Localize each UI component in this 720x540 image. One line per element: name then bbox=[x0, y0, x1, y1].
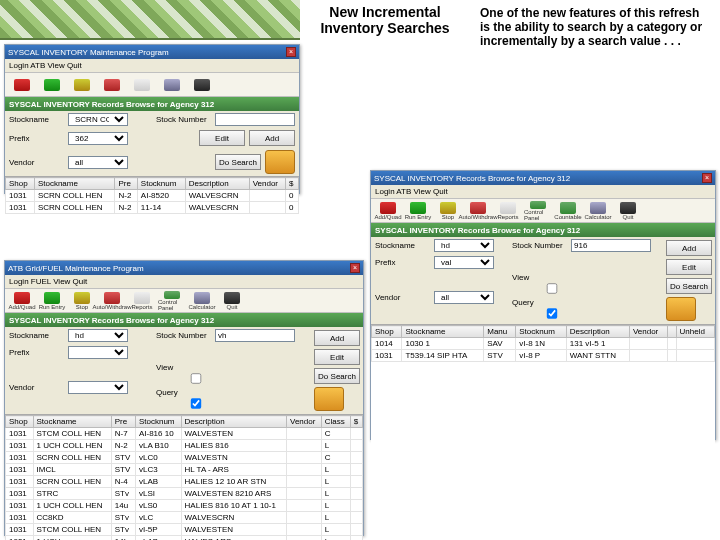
tool-count[interactable]: Countable bbox=[554, 201, 582, 221]
vendor-select-c[interactable]: all bbox=[434, 291, 494, 304]
tool-ctl[interactable]: Control Panel bbox=[158, 291, 186, 311]
tool-quit[interactable] bbox=[188, 75, 216, 95]
col-header[interactable]: Stockname bbox=[34, 178, 115, 190]
tool-ctl[interactable]: Control Panel bbox=[524, 201, 552, 221]
col-header[interactable]: Vendor bbox=[629, 326, 667, 338]
tool-calc[interactable] bbox=[158, 75, 186, 95]
toolbar-c: Add/Quad Run Entry Stop Auto/Withdraw Re… bbox=[371, 199, 715, 223]
col-header[interactable]: Pre bbox=[115, 178, 137, 190]
menubar-b[interactable]: Login FUEL View Quit bbox=[5, 275, 363, 289]
toolbar-a bbox=[5, 73, 299, 97]
vendor-select-b[interactable] bbox=[68, 381, 128, 394]
col-header[interactable] bbox=[668, 326, 676, 338]
col-header[interactable]: Manu bbox=[484, 326, 516, 338]
col-header[interactable]: Shop bbox=[372, 326, 402, 338]
table-row[interactable]: 1031STCM COLL HENN-7AI-816 10WALVESTENC bbox=[6, 428, 363, 440]
col-header[interactable]: Unheld bbox=[676, 326, 714, 338]
col-header[interactable]: Stocknum bbox=[135, 416, 181, 428]
tool-go[interactable]: Run Entry bbox=[404, 201, 432, 221]
grid-b: ShopStocknamePreStocknumDescriptionVendo… bbox=[5, 414, 363, 540]
menubar-a[interactable]: Login ATB View Quit bbox=[5, 59, 299, 73]
search-button-a[interactable]: Do Search bbox=[215, 154, 261, 170]
view-checkbox-b[interactable] bbox=[164, 373, 228, 383]
stocknum-input-b[interactable] bbox=[215, 329, 295, 342]
col-header[interactable]: Stocknum bbox=[516, 326, 567, 338]
table-row[interactable]: 1031SCRN COLL HENN-4vLABHALIES 12 10 AR … bbox=[6, 476, 363, 488]
query-checkbox-c[interactable] bbox=[520, 308, 584, 318]
label-stocknum: Stock Number bbox=[156, 115, 211, 124]
col-header[interactable]: Description bbox=[181, 416, 286, 428]
tool-quit[interactable]: Quit bbox=[218, 291, 246, 311]
close-icon[interactable]: × bbox=[350, 263, 360, 273]
tool-rep[interactable] bbox=[128, 75, 156, 95]
col-header[interactable]: Stocknum bbox=[137, 178, 185, 190]
table-row[interactable]: 10141030 1SAVvI-8 1N131 vI-5 1 bbox=[372, 338, 715, 350]
table-row[interactable]: 1031STCM COLL HENSTvvI-5PWALVESTENL bbox=[6, 524, 363, 536]
col-header[interactable]: Vendor bbox=[249, 178, 285, 190]
tool-go[interactable]: Run Entry bbox=[38, 291, 66, 311]
prefix-select-c[interactable]: val bbox=[434, 256, 494, 269]
table-row[interactable]: 10311 UCH COLL HEN14uvLS0HALIES 816 10 A… bbox=[6, 500, 363, 512]
page-heading: New Incremental Inventory Searches bbox=[300, 4, 470, 36]
col-header[interactable]: Shop bbox=[6, 178, 35, 190]
prefix-select-a[interactable]: 362 bbox=[68, 132, 128, 145]
stocknum-input-c[interactable] bbox=[571, 239, 651, 252]
add-button-a[interactable]: Add bbox=[249, 130, 295, 146]
table-row[interactable]: 1031STRCSTvvLSIWALVESTEN 8210 ARSL bbox=[6, 488, 363, 500]
edit-button-a[interactable]: Edit bbox=[199, 130, 245, 146]
close-icon[interactable]: × bbox=[286, 47, 296, 57]
menubar-c[interactable]: Login ATB View Quit bbox=[371, 185, 715, 199]
col-header[interactable]: Stockname bbox=[402, 326, 484, 338]
titlebar-b: ATB Grid/FUEL Maintenance Program × bbox=[5, 261, 363, 275]
tool-stop[interactable]: Add/Quad bbox=[374, 201, 402, 221]
col-header[interactable]: $ bbox=[286, 178, 299, 190]
tool-del[interactable]: Auto/Withdraw bbox=[464, 201, 492, 221]
col-header[interactable]: Description bbox=[566, 326, 629, 338]
col-header[interactable]: Description bbox=[185, 178, 249, 190]
decorative-banner bbox=[0, 0, 300, 40]
prefix-select-b[interactable] bbox=[68, 346, 128, 359]
tool-tank[interactable] bbox=[68, 75, 96, 95]
tool-stop[interactable]: Add/Quad bbox=[8, 291, 36, 311]
tool-calc[interactable]: Calculator bbox=[584, 201, 612, 221]
col-header[interactable]: Pre bbox=[111, 416, 135, 428]
table-row[interactable]: 1031SCRN COLL HENN-211-14WALVESCRN0 bbox=[6, 202, 299, 214]
titlebar-a: SYSCAL INVENTORY Maintenance Program × bbox=[5, 45, 299, 59]
col-header[interactable]: Class bbox=[321, 416, 350, 428]
tool-rep[interactable]: Reports bbox=[128, 291, 156, 311]
edit-button-c[interactable]: Edit bbox=[666, 259, 712, 275]
vendor-select-a[interactable]: all bbox=[68, 156, 128, 169]
table-row[interactable]: 1031T539.14 SIP HTASTVvI-8 PWANT STTN bbox=[372, 350, 715, 362]
tool-stop[interactable] bbox=[8, 75, 36, 95]
query-checkbox-b[interactable] bbox=[164, 398, 228, 408]
tool-calc[interactable]: Calculator bbox=[188, 291, 216, 311]
stockname-select-b[interactable]: hd bbox=[68, 329, 128, 342]
close-icon[interactable]: × bbox=[702, 173, 712, 183]
tool-rep[interactable]: Reports bbox=[494, 201, 522, 221]
table-row[interactable]: 10311 UCH14LvLABHALIES ARSL bbox=[6, 536, 363, 541]
subhead-a: SYSCAL INVENTORY Records Browse for Agen… bbox=[5, 97, 299, 111]
search-button-c[interactable]: Do Search bbox=[666, 278, 712, 294]
view-checkbox-c[interactable] bbox=[520, 283, 584, 293]
col-header[interactable]: Stockname bbox=[33, 416, 111, 428]
tool-quit[interactable]: Quit bbox=[614, 201, 642, 221]
search-button-b[interactable]: Do Search bbox=[314, 368, 360, 384]
tool-del[interactable] bbox=[98, 75, 126, 95]
stocknum-input-a[interactable] bbox=[215, 113, 295, 126]
add-button-b[interactable]: Add bbox=[314, 330, 360, 346]
tool-go[interactable] bbox=[38, 75, 66, 95]
add-button-c[interactable]: Add bbox=[666, 240, 712, 256]
col-header[interactable]: $ bbox=[350, 416, 362, 428]
cube-icon bbox=[314, 387, 344, 411]
edit-button-b[interactable]: Edit bbox=[314, 349, 360, 365]
col-header[interactable]: Vendor bbox=[287, 416, 322, 428]
table-row[interactable]: 10311 UCH COLL HENN-2vLA B10HALIES 816L bbox=[6, 440, 363, 452]
stockname-select-a[interactable]: SCRN COLL HEN bbox=[68, 113, 128, 126]
col-header[interactable]: Shop bbox=[6, 416, 34, 428]
stockname-select-c[interactable]: hd bbox=[434, 239, 494, 252]
table-row[interactable]: 1031IMCLSTVvLC3HL TA - ARSL bbox=[6, 464, 363, 476]
table-row[interactable]: 1031CC8KDSTvvLCWALVESCRNL bbox=[6, 512, 363, 524]
table-row[interactable]: 1031SCRN COLL HENSTVvLC0WALVESTNC bbox=[6, 452, 363, 464]
tool-del[interactable]: Auto/Withdraw bbox=[98, 291, 126, 311]
table-row[interactable]: 1031SCRN COLL HENN-2AI-8520WALVESCRN0 bbox=[6, 190, 299, 202]
